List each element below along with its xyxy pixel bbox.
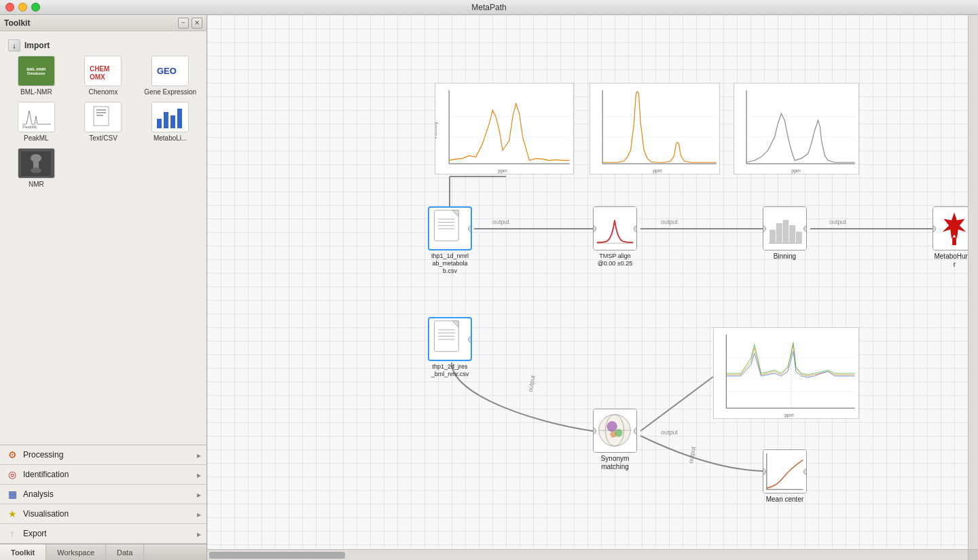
visualisation-item[interactable]: ★ Visualisation	[0, 504, 206, 524]
identification-label: Identification	[23, 470, 69, 479]
svg-text:output: output	[661, 429, 678, 436]
export-icon: ↑	[7, 528, 18, 539]
port-right-thp1-2d	[468, 336, 472, 343]
svg-text:OMX: OMX	[90, 73, 105, 81]
metaboli-icon	[151, 102, 189, 132]
node-tmsp-align[interactable]: TMSP align@0.00 ±0.25	[593, 206, 637, 267]
close-panel-button[interactable]: ✕	[192, 18, 202, 29]
analysis-item[interactable]: ▦ Analysis	[0, 485, 206, 504]
import-label: Import	[24, 41, 50, 50]
identification-icon: ◎	[7, 469, 18, 480]
export-arrow	[197, 530, 201, 538]
gene-expression-label: Gene Expression	[144, 88, 196, 96]
svg-text:ppm: ppm	[498, 168, 507, 174]
node-thp1-1d[interactable]: thp1_1d_nmrlab_metabolab.csv	[428, 206, 472, 274]
maximize-button[interactable]	[31, 3, 40, 12]
import-section-header: ↓ Import	[5, 37, 201, 53]
toolkit-panel: Toolkit − ✕ ↓ Import BML·NMRDatabase BML…	[0, 15, 207, 560]
minimize-panel-button[interactable]: −	[178, 18, 189, 29]
node-synonym-matching[interactable]: Synonymmatching	[593, 409, 637, 471]
canvas-area[interactable]: output output output output output () ou…	[207, 15, 978, 560]
svg-point-93	[606, 421, 617, 432]
svg-text:output: output	[687, 446, 697, 464]
processing-label: Processing	[23, 450, 63, 460]
svg-text:ppm: ppm	[653, 168, 662, 174]
svg-point-95	[610, 431, 617, 438]
node-label-binning: Binning	[774, 253, 796, 261]
visualisation-label: Visualisation	[23, 509, 69, 519]
port-right-synonym	[634, 428, 637, 434]
toolkit-content: ↓ Import BML·NMRDatabase BML-NMR	[0, 31, 206, 445]
tab-workspace[interactable]: Workspace	[46, 544, 106, 560]
node-label-mean-center: Mean center	[766, 496, 804, 504]
identification-item[interactable]: ◎ Identification	[0, 465, 206, 485]
tab-toolkit[interactable]: Toolkit	[0, 544, 46, 560]
toolkit-item-text-csv[interactable]: Text/CSV	[73, 102, 134, 143]
export-label: Export	[23, 529, 47, 538]
node-thp1-2d[interactable]: thp1_2d_jres_bml_nmr.csv	[428, 317, 472, 378]
tab-data[interactable]: Data	[106, 544, 144, 560]
port-right-thp1-1d	[468, 225, 472, 232]
bml-nmr-icon: BML·NMRDatabase	[18, 56, 55, 86]
identification-arrow	[197, 471, 201, 479]
svg-rect-67	[796, 232, 801, 243]
bottom-tabs: Toolkit Workspace Data	[0, 544, 206, 560]
svg-rect-39	[590, 83, 719, 174]
svg-rect-65	[783, 220, 789, 243]
svg-text:output: output	[492, 219, 510, 225]
toolkit-item-peakml[interactable]: PeakML PeakML	[5, 102, 67, 143]
canvas-scrollbar-vertical[interactable]	[968, 15, 978, 549]
svg-rect-11	[177, 109, 182, 128]
toolkit-item-nmr[interactable]: NMR	[5, 148, 67, 189]
close-button[interactable]	[5, 3, 14, 12]
svg-rect-9	[164, 112, 168, 128]
svg-rect-7	[96, 115, 103, 116]
svg-text:output: output	[661, 219, 678, 225]
toolkit-item-metaboli[interactable]: MetaboLi...	[139, 102, 201, 143]
scrollbar-thumb-h[interactable]	[209, 552, 345, 559]
svg-rect-66	[790, 225, 795, 243]
toolkit-item-gene-expression[interactable]: GEO Gene Expression	[139, 56, 201, 96]
node-label-tmsp: TMSP align@0.00 ±0.25	[598, 253, 633, 267]
nmr-label: NMR	[29, 181, 44, 189]
svg-text:CHEM: CHEM	[90, 65, 109, 73]
toolkit-bottom: ⚙ Processing ◎ Identification ▦ Analysis…	[0, 445, 206, 544]
export-item[interactable]: ↑ Export	[0, 524, 206, 544]
toolkit-title: Toolkit	[4, 18, 30, 28]
titlebar: MetaPath	[0, 0, 978, 15]
bml-nmr-label: BML-NMR	[20, 88, 52, 96]
text-csv-label: Text/CSV	[89, 134, 117, 143]
port-right-mean-center	[803, 468, 807, 475]
thumbnail-spectrum-2: ppm	[590, 83, 720, 174]
node-mean-center-bottom[interactable]: Mean center	[763, 449, 807, 504]
svg-rect-63	[770, 230, 776, 243]
node-label-thp1-1d: thp1_1d_nmrlab_metabolab.csv	[431, 253, 469, 274]
app-title: MetaPath	[471, 3, 506, 12]
processing-item[interactable]: ⚙ Processing	[0, 445, 206, 465]
toolkit-item-chenomx[interactable]: CHEM OMX Chenomx	[73, 56, 134, 96]
svg-rect-5	[96, 109, 106, 111]
svg-rect-8	[157, 119, 162, 128]
svg-text:ppm: ppm	[784, 413, 794, 418]
port-right-binning	[803, 225, 807, 232]
metaboli-label: MetaboLi...	[153, 134, 187, 143]
geo-icon: GEO	[151, 56, 189, 86]
svg-rect-64	[776, 223, 782, 243]
analysis-arrow	[197, 491, 201, 498]
processing-icon: ⚙	[7, 449, 18, 460]
main-container: Toolkit − ✕ ↓ Import BML·NMRDatabase BML…	[0, 15, 978, 560]
titlebar-buttons	[5, 3, 40, 12]
svg-text:output: output	[527, 375, 537, 393]
minimize-button[interactable]	[18, 3, 27, 12]
svg-text:output: output	[829, 219, 847, 225]
toolkit-grid: BML·NMRDatabase BML-NMR CHEM OMX	[5, 56, 201, 189]
chenomx-icon: CHEM OMX	[84, 56, 122, 86]
svg-rect-70	[952, 238, 956, 246]
peakml-icon: PeakML	[18, 102, 55, 132]
thumbnail-spectrum-1: ppm intensity	[435, 83, 574, 174]
canvas-scrollbar-horizontal[interactable]	[207, 549, 968, 560]
thumbnail-spectrum-multi: ppm	[713, 327, 859, 419]
toolkit-item-bml-nmr[interactable]: BML·NMRDatabase BML-NMR	[5, 56, 67, 96]
node-binning[interactable]: Binning	[763, 206, 807, 261]
analysis-label: Analysis	[23, 489, 54, 499]
